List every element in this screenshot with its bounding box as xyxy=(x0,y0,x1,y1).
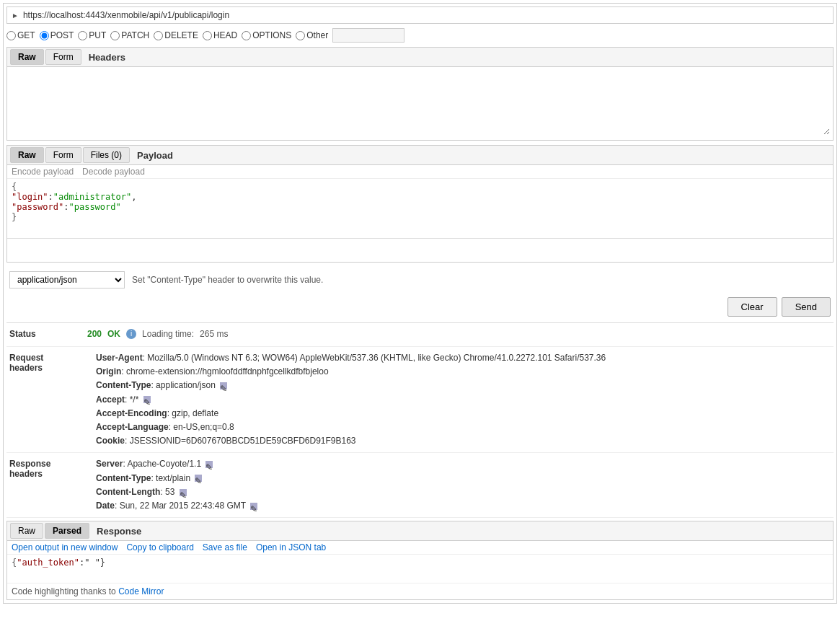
payload-json-display: { "login":"administrator", "password":"p… xyxy=(7,179,833,237)
method-other[interactable]: Other xyxy=(296,30,328,40)
loading-time-value: 265 ms xyxy=(200,329,228,339)
method-head-radio[interactable] xyxy=(203,31,212,40)
date-edit-icon[interactable]: ✎ xyxy=(250,503,257,510)
payload-section-label: Payload xyxy=(137,150,173,161)
headers-section-label: Headers xyxy=(89,52,125,63)
method-other-label: Other xyxy=(306,30,328,40)
method-get[interactable]: GET xyxy=(6,30,35,40)
response-tab-raw[interactable]: Raw xyxy=(10,523,43,539)
payload-tab-files[interactable]: Files (0) xyxy=(83,147,130,163)
response-headers-grid: Responseheaders Server: Apache-Coyote/1.… xyxy=(9,457,831,513)
method-put-radio[interactable] xyxy=(78,31,87,40)
url-bar: ► xyxy=(6,6,834,24)
resp-header-date: Date: Sun, 22 Mar 2015 22:43:48 GMT ✎ xyxy=(96,499,831,513)
header-line-cookie: Cookie: JSESSIONID=6D607670BBCD51DE59CBF… xyxy=(96,434,831,448)
decode-payload-link[interactable]: Decode payload xyxy=(82,167,145,177)
content-type-hint: Set "Content-Type" header to overwrite t… xyxy=(132,275,323,285)
response-section: Raw Parsed Response Open output in new w… xyxy=(6,521,834,600)
clear-button[interactable]: Clear xyxy=(728,297,777,317)
status-code: 200 xyxy=(87,329,102,339)
method-patch[interactable]: PATCH xyxy=(110,30,149,40)
method-patch-radio[interactable] xyxy=(110,31,120,40)
header-line-accept: Accept: */* ✎ xyxy=(96,393,831,407)
loading-time-label: Loading time: xyxy=(142,329,194,339)
send-button[interactable]: Send xyxy=(782,297,831,317)
status-section: Status 200 OK i Loading time: 265 ms xyxy=(6,325,834,347)
json-key-password: "password" xyxy=(12,202,63,212)
response-tab-label: Response xyxy=(97,526,141,537)
method-put[interactable]: PUT xyxy=(78,30,106,40)
status-row: Status 200 OK i Loading time: 265 ms xyxy=(9,329,831,339)
method-get-label: GET xyxy=(17,30,35,40)
copy-clipboard-link[interactable]: Copy to clipboard xyxy=(126,542,193,552)
response-body: {"auth_token":" "} xyxy=(7,555,833,583)
resp-header-contentlength: Content-Length: 53 ✎ xyxy=(96,485,831,499)
header-line-contenttype: Content-Type: application/json ✎ xyxy=(96,379,831,392)
open-output-link[interactable]: Open output in new window xyxy=(12,542,118,552)
response-tab-parsed[interactable]: Parsed xyxy=(45,523,89,539)
payload-tab-raw[interactable]: Raw xyxy=(10,147,44,163)
open-json-link[interactable]: Open in JSON tab xyxy=(256,542,326,552)
method-options-label: OPTIONS xyxy=(252,30,291,40)
method-get-radio[interactable] xyxy=(6,31,16,40)
save-file-link[interactable]: Save as file xyxy=(203,542,247,552)
method-delete-label: DELETE xyxy=(164,30,198,40)
json-close-brace: } xyxy=(12,212,17,222)
method-post-radio[interactable] xyxy=(40,31,49,40)
payload-tab-form[interactable]: Form xyxy=(45,147,81,163)
method-head[interactable]: HEAD xyxy=(203,30,237,40)
headers-content xyxy=(7,67,833,140)
json-value-login: "administrator" xyxy=(53,192,131,202)
code-mirror-text: Code highlighting thanks to xyxy=(12,586,116,596)
method-options-radio[interactable] xyxy=(242,31,251,40)
request-headers-grid: Requestheaders User-Agent: Mozilla/5.0 (… xyxy=(9,351,831,448)
header-line-acceptlanguage: Accept-Language: en-US,en;q=0.8 xyxy=(96,420,831,434)
method-patch-label: PATCH xyxy=(121,30,149,40)
headers-section: Raw Form Headers xyxy=(6,47,834,141)
status-ok-text: OK xyxy=(107,329,120,339)
request-headers-section: Requestheaders User-Agent: Mozilla/5.0 (… xyxy=(6,347,834,453)
method-other-radio[interactable] xyxy=(296,31,305,40)
json-value-password: "password" xyxy=(68,202,120,212)
status-info-icon[interactable]: i xyxy=(126,329,136,339)
method-post[interactable]: POST xyxy=(40,30,74,40)
payload-section: Raw Form Files (0) Payload Encode payloa… xyxy=(6,145,834,263)
url-arrow-icon[interactable]: ► xyxy=(12,12,19,19)
content-type-row: application/json Set "Content-Type" head… xyxy=(6,267,834,293)
response-headers-section: Responseheaders Server: Apache-Coyote/1.… xyxy=(6,453,834,518)
encode-payload-link[interactable]: Encode payload xyxy=(12,167,74,177)
method-other-input[interactable] xyxy=(332,28,404,43)
url-input[interactable] xyxy=(23,10,828,20)
method-delete[interactable]: DELETE xyxy=(154,30,198,40)
main-container: ► GET POST PUT PATCH DELETE HEAD xyxy=(3,3,837,604)
json-open-brace: { xyxy=(12,182,17,192)
headers-textarea[interactable] xyxy=(10,70,830,135)
header-line-useragent: User-Agent: Mozilla/5.0 (Windows NT 6.3;… xyxy=(96,351,831,365)
headers-tab-form[interactable]: Form xyxy=(45,49,81,65)
accept-edit-icon[interactable]: ✎ xyxy=(143,396,151,403)
response-headers-label: Responseheaders xyxy=(9,457,96,513)
contentlength-edit-icon[interactable]: ✎ xyxy=(180,489,187,496)
status-label: Status xyxy=(9,329,81,339)
encode-bar: Encode payload Decode payload xyxy=(7,165,833,179)
method-head-label: HEAD xyxy=(213,30,237,40)
code-mirror-credit: Code highlighting thanks to Code Mirror xyxy=(7,583,833,599)
header-line-acceptencoding: Accept-Encoding: gzip, deflate xyxy=(96,407,831,420)
resp-contenttype-edit-icon[interactable]: ✎ xyxy=(195,475,202,482)
resp-header-contenttype: Content-Type: text/plain ✎ xyxy=(96,472,831,485)
code-mirror-link[interactable]: Code Mirror xyxy=(118,586,164,596)
payload-tab-bar: Raw Form Files (0) Payload xyxy=(7,146,833,165)
headers-tab-raw[interactable]: Raw xyxy=(10,49,44,65)
response-tab-bar: Raw Parsed Response xyxy=(7,521,833,541)
method-options[interactable]: OPTIONS xyxy=(242,30,291,40)
json-key-login: "login" xyxy=(12,192,48,202)
methods-row: GET POST PUT PATCH DELETE HEAD OPTIONS xyxy=(6,28,834,43)
content-type-select[interactable]: application/json xyxy=(9,271,125,289)
buttons-row: Clear Send xyxy=(6,293,834,321)
headers-tab-bar: Raw Form Headers xyxy=(7,48,833,67)
content-type-edit-icon[interactable]: ✎ xyxy=(220,382,227,389)
server-edit-icon[interactable]: ✎ xyxy=(205,461,213,468)
header-line-origin: Origin: chrome-extension://hgmloofddffdn… xyxy=(96,365,831,379)
method-delete-radio[interactable] xyxy=(154,31,163,40)
request-headers-label: Requestheaders xyxy=(9,351,96,448)
